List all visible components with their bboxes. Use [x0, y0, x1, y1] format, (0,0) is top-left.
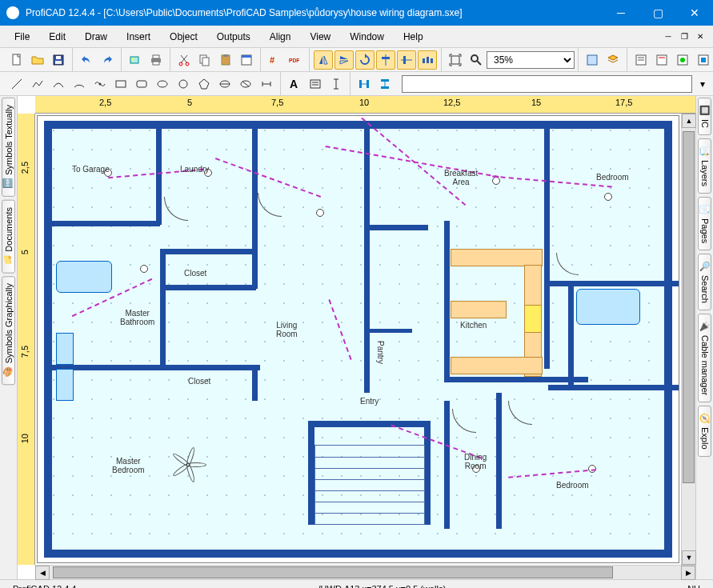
ruler-horizontal[interactable]: 2,5 5 7,5 10 12,5 15 17,5: [35, 96, 695, 114]
spline-tool[interactable]: [90, 74, 110, 94]
scroll-up-button[interactable]: ▲: [682, 114, 696, 128]
open-button[interactable]: [28, 50, 47, 70]
rect-tool[interactable]: [111, 74, 130, 94]
scroll-thumb-h[interactable]: [53, 566, 613, 578]
terminals-button[interactable]: [694, 50, 713, 70]
flip-h-button[interactable]: [314, 50, 333, 70]
scroll-left-button[interactable]: ◀: [35, 566, 50, 580]
svg-rect-42: [137, 81, 146, 87]
arc-tool[interactable]: [70, 74, 89, 94]
polygon-tool[interactable]: [194, 74, 214, 94]
print-button[interactable]: [146, 50, 166, 70]
align-h-button[interactable]: [376, 50, 395, 70]
svg-rect-64: [381, 79, 389, 82]
ruler-vertical[interactable]: 2,5 5 7,5 10: [18, 114, 35, 565]
grid-button[interactable]: [583, 50, 602, 70]
scroll-thumb-v[interactable]: [683, 131, 695, 483]
polyline-tool[interactable]: [28, 74, 47, 94]
netlist-button[interactable]: [631, 50, 651, 70]
mdi-restore-icon[interactable]: ❐: [676, 30, 692, 44]
renumber-button[interactable]: #: [265, 50, 284, 70]
tab-symbols-textually[interactable]: 🔤Symbols Textually: [2, 98, 15, 197]
scrollbar-vertical[interactable]: ▲ ▼: [681, 114, 695, 565]
svg-rect-8: [153, 62, 159, 65]
undo-button[interactable]: [77, 50, 96, 70]
text-tool[interactable]: A: [285, 74, 304, 94]
properties-button[interactable]: [237, 50, 256, 70]
scroll-down-button[interactable]: ▼: [682, 550, 696, 565]
scrollbar-horizontal[interactable]: ◀ ▶: [35, 565, 695, 579]
svg-point-43: [158, 81, 167, 87]
snap-h-button[interactable]: [354, 74, 374, 94]
menu-file[interactable]: File: [5, 29, 39, 45]
new-button[interactable]: [7, 50, 26, 70]
line-tool[interactable]: [7, 74, 26, 94]
tab-layers[interactable]: 📑Layers: [698, 138, 711, 194]
menu-outputs[interactable]: Outputs: [207, 29, 260, 45]
ellipse-tool[interactable]: [153, 74, 172, 94]
zoom-button[interactable]: [467, 50, 486, 70]
roundrect-tool[interactable]: [132, 74, 151, 94]
circle-tool[interactable]: [174, 74, 193, 94]
tab-pages[interactable]: 📄Pages: [698, 197, 711, 250]
bom-button[interactable]: [652, 50, 671, 70]
counter: [451, 249, 543, 266]
svg-rect-65: [381, 86, 389, 89]
save-button[interactable]: [49, 50, 68, 70]
label-closet-1: Closet: [184, 269, 206, 278]
zoom-select[interactable]: 35%: [487, 51, 575, 69]
tab-search[interactable]: 🔍Search: [698, 254, 711, 310]
command-input[interactable]: [402, 75, 692, 93]
label-kitchen: Kitchen: [460, 321, 487, 330]
menu-view[interactable]: View: [300, 29, 340, 45]
layers-button[interactable]: [603, 50, 623, 70]
tab-explorer[interactable]: 🧭Explo: [698, 406, 711, 457]
arrow-tool[interactable]: [257, 74, 276, 94]
curve-tool[interactable]: [49, 74, 68, 94]
rotate-button[interactable]: [355, 50, 375, 70]
wires-button[interactable]: [673, 50, 692, 70]
label-master-bath: Master Bathroom: [120, 309, 154, 326]
tab-ic[interactable]: 🔲IC: [698, 98, 711, 135]
menu-window[interactable]: Window: [340, 29, 394, 45]
pdf-button[interactable]: PDF: [286, 50, 305, 70]
svg-rect-16: [242, 55, 251, 58]
mdi-close-icon[interactable]: ✕: [692, 30, 708, 44]
align-v-button[interactable]: [397, 50, 416, 70]
pie-tool[interactable]: [215, 74, 234, 94]
menu-help[interactable]: Help: [394, 29, 433, 45]
drawing-canvas[interactable]: To Garage Laundry Breakfast Area Bedroom…: [37, 115, 679, 563]
menu-align[interactable]: Align: [260, 29, 301, 45]
svg-rect-22: [403, 56, 406, 64]
minimize-button[interactable]: ─: [603, 0, 639, 26]
svg-rect-4: [130, 57, 138, 63]
paste-button[interactable]: [216, 50, 235, 70]
dimension-tool[interactable]: [326, 74, 346, 94]
flip-v-button[interactable]: [334, 50, 354, 70]
svg-rect-38: [701, 58, 706, 62]
maximize-button[interactable]: ▢: [639, 0, 676, 26]
redo-button[interactable]: [98, 50, 117, 70]
tab-cable-manager[interactable]: 🔌Cable manager: [698, 314, 711, 402]
menu-draw[interactable]: Draw: [75, 29, 117, 45]
command-dropdown[interactable]: ▾: [696, 74, 709, 94]
snap-v-button[interactable]: [375, 74, 395, 94]
distribute-button[interactable]: [418, 50, 437, 70]
wall: [364, 225, 428, 230]
menu-edit[interactable]: Edit: [39, 29, 75, 45]
mdi-minimize-icon[interactable]: ─: [660, 30, 676, 44]
chord-tool[interactable]: [236, 74, 255, 94]
menu-object[interactable]: Object: [160, 29, 207, 45]
textbox-tool[interactable]: [306, 74, 325, 94]
zoom-extents-button[interactable]: [446, 50, 465, 70]
copy-button[interactable]: [195, 50, 214, 70]
svg-rect-3: [55, 61, 62, 64]
svg-rect-33: [657, 55, 667, 65]
scroll-right-button[interactable]: ▶: [681, 566, 695, 580]
close-button[interactable]: ✕: [676, 0, 713, 26]
copy-image-button[interactable]: [126, 50, 145, 70]
tab-symbols-graphically[interactable]: 🎨Symbols Graphically: [2, 276, 15, 385]
tab-documents[interactable]: 📁Documents: [2, 200, 15, 274]
cut-button[interactable]: [174, 50, 194, 70]
menu-insert[interactable]: Insert: [117, 29, 160, 45]
